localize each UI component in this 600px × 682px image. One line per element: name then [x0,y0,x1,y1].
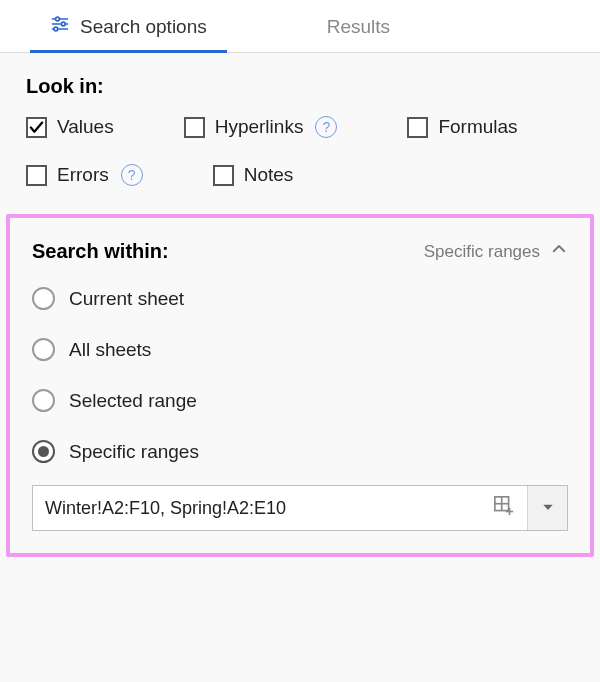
help-icon[interactable]: ? [315,116,337,138]
checkbox-box [407,117,428,138]
checkbox-notes-label: Notes [244,164,294,186]
checkbox-hyperlinks-label: Hyperlinks [215,116,304,138]
svg-marker-11 [543,504,552,509]
checkbox-box [26,165,47,186]
radio-circle [32,287,55,310]
radio-all-sheets-label: All sheets [69,339,151,361]
search-within-title: Search within: [32,240,169,263]
radio-specific-ranges[interactable]: Specific ranges [32,440,568,463]
svg-point-1 [56,17,60,21]
radio-all-sheets[interactable]: All sheets [32,338,568,361]
checkbox-values[interactable]: Values [26,116,114,138]
checkbox-errors[interactable]: Errors ? [26,164,143,186]
chevron-down-icon [541,498,555,519]
tab-search-options-label: Search options [80,16,207,38]
search-within-collapse[interactable]: Specific ranges [424,240,568,263]
svg-point-3 [61,22,65,26]
radio-current-sheet-label: Current sheet [69,288,184,310]
radio-selected-range[interactable]: Selected range [32,389,568,412]
look-in-title: Look in: [26,75,574,98]
help-icon[interactable]: ? [121,164,143,186]
checkbox-notes[interactable]: Notes [213,164,294,186]
checkbox-hyperlinks[interactable]: Hyperlinks ? [184,116,338,138]
radio-circle [32,440,55,463]
range-input-group [32,485,568,531]
checkbox-errors-label: Errors [57,164,109,186]
select-range-button[interactable] [481,486,527,530]
search-within-options: Current sheet All sheets Selected range … [32,287,568,463]
radio-selected-range-label: Selected range [69,390,197,412]
chevron-up-icon [550,240,568,263]
checkbox-box [26,117,47,138]
range-dropdown-button[interactable] [527,486,567,530]
checkbox-formulas-label: Formulas [438,116,517,138]
check-icon [28,119,45,136]
sliders-icon [50,14,70,39]
radio-specific-ranges-label: Specific ranges [69,441,199,463]
tab-results[interactable]: Results [307,0,410,52]
grid-plus-icon [493,495,515,522]
radio-current-sheet[interactable]: Current sheet [32,287,568,310]
search-within-summary: Specific ranges [424,242,540,262]
checkbox-values-label: Values [57,116,114,138]
radio-circle [32,389,55,412]
tabs: Search options Results [0,0,600,53]
svg-point-5 [54,27,58,31]
tab-search-options[interactable]: Search options [30,0,227,52]
tab-results-label: Results [327,16,390,38]
radio-circle [32,338,55,361]
checkbox-box [213,165,234,186]
search-within-section: Search within: Specific ranges Current s… [6,214,594,557]
checkbox-formulas[interactable]: Formulas [407,116,517,138]
range-input[interactable] [33,486,481,530]
checkbox-box [184,117,205,138]
look-in-section: Look in: Values Hyperlinks ? Formulas Er… [0,53,600,196]
